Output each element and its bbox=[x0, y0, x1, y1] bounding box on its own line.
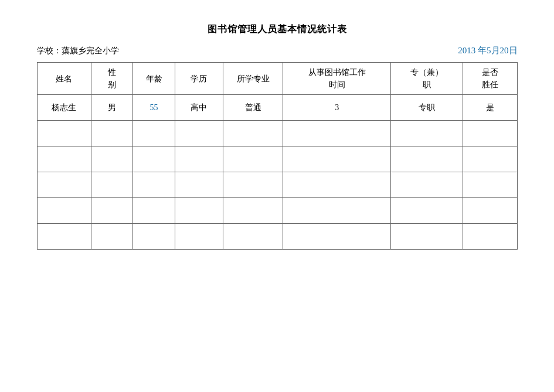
cell-work_time bbox=[283, 172, 391, 198]
cell-major bbox=[223, 146, 283, 172]
cell-education bbox=[175, 198, 223, 224]
cell-qualified bbox=[463, 224, 517, 250]
cell-gender bbox=[91, 224, 133, 250]
cell-name bbox=[37, 146, 91, 172]
page-meta: 学校：蕖旗乡完全小学 2013 年5月20日 bbox=[37, 45, 518, 56]
cell-work_time: 3 bbox=[283, 95, 391, 121]
cell-name: 杨志生 bbox=[37, 95, 91, 121]
header-gender: 性别 bbox=[91, 63, 133, 95]
table-row: 杨志生男55高中普通3专职是 bbox=[37, 95, 517, 121]
cell-work_time bbox=[283, 146, 391, 172]
cell-type: 专职 bbox=[391, 95, 463, 121]
cell-name bbox=[37, 198, 91, 224]
page-title: 图书馆管理人员基本情况统计表 bbox=[37, 23, 518, 36]
cell-major bbox=[223, 198, 283, 224]
cell-education: 高中 bbox=[175, 95, 223, 121]
cell-education bbox=[175, 146, 223, 172]
header-qualified: 是否胜任 bbox=[463, 63, 517, 95]
cell-age: 55 bbox=[133, 95, 175, 121]
cell-major bbox=[223, 172, 283, 198]
table-row bbox=[37, 121, 517, 146]
cell-education bbox=[175, 224, 223, 250]
header-major: 所学专业 bbox=[223, 63, 283, 95]
date-info: 2013 年5月20日 bbox=[458, 45, 517, 56]
cell-type bbox=[391, 198, 463, 224]
cell-qualified: 是 bbox=[463, 95, 517, 121]
cell-age bbox=[133, 172, 175, 198]
table-row bbox=[37, 198, 517, 224]
header-age: 年龄 bbox=[133, 63, 175, 95]
school-label: 学校：蕖旗乡完全小学 bbox=[37, 46, 119, 56]
table-row bbox=[37, 224, 517, 250]
cell-type bbox=[391, 121, 463, 146]
table-row bbox=[37, 146, 517, 172]
table-row bbox=[37, 172, 517, 198]
cell-gender bbox=[91, 146, 133, 172]
cell-name bbox=[37, 224, 91, 250]
main-table: 姓名 性别 年龄 学历 所学专业 从事图书馆工作时间 专（兼）职 是否胜任 杨志… bbox=[37, 62, 518, 250]
header-type: 专（兼）职 bbox=[391, 63, 463, 95]
cell-age bbox=[133, 121, 175, 146]
cell-age bbox=[133, 224, 175, 250]
cell-major bbox=[223, 121, 283, 146]
cell-type bbox=[391, 224, 463, 250]
cell-qualified bbox=[463, 121, 517, 146]
header-name: 姓名 bbox=[37, 63, 91, 95]
cell-major: 普通 bbox=[223, 95, 283, 121]
cell-gender bbox=[91, 121, 133, 146]
page-container: 图书馆管理人员基本情况统计表 学校：蕖旗乡完全小学 2013 年5月20日 姓名… bbox=[37, 23, 518, 250]
cell-qualified bbox=[463, 146, 517, 172]
cell-type bbox=[391, 172, 463, 198]
table-header-row: 姓名 性别 年龄 学历 所学专业 从事图书馆工作时间 专（兼）职 是否胜任 bbox=[37, 63, 517, 95]
cell-gender bbox=[91, 198, 133, 224]
cell-qualified bbox=[463, 172, 517, 198]
cell-gender: 男 bbox=[91, 95, 133, 121]
table-body: 杨志生男55高中普通3专职是 bbox=[37, 95, 517, 250]
cell-education bbox=[175, 172, 223, 198]
cell-education bbox=[175, 121, 223, 146]
cell-work_time bbox=[283, 224, 391, 250]
cell-type bbox=[391, 146, 463, 172]
cell-gender bbox=[91, 172, 133, 198]
cell-major bbox=[223, 224, 283, 250]
cell-name bbox=[37, 121, 91, 146]
header-work-time: 从事图书馆工作时间 bbox=[283, 63, 391, 95]
cell-age bbox=[133, 146, 175, 172]
cell-qualified bbox=[463, 198, 517, 224]
cell-work_time bbox=[283, 121, 391, 146]
cell-work_time bbox=[283, 198, 391, 224]
cell-age bbox=[133, 198, 175, 224]
cell-name bbox=[37, 172, 91, 198]
header-education: 学历 bbox=[175, 63, 223, 95]
